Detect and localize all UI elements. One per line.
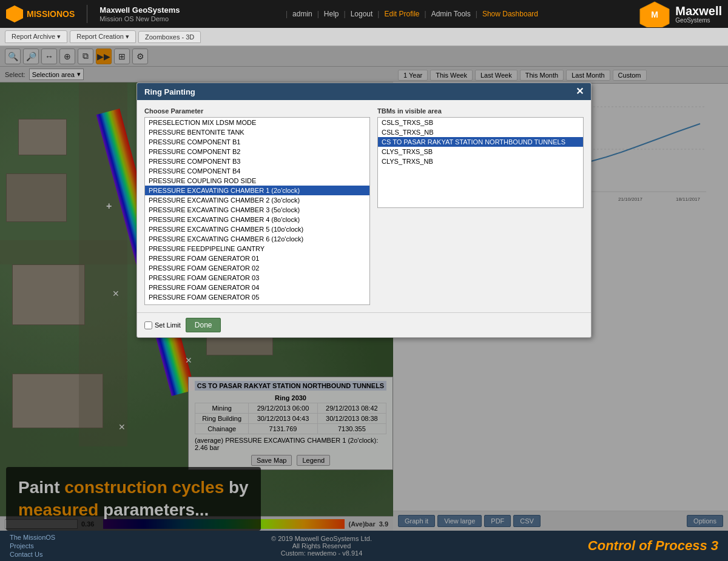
company-subtitle: Mission OS New Demo: [99, 15, 180, 22]
footer-copyright: © 2019 Maxwell GeoSystems Ltd. All Right…: [271, 535, 372, 557]
set-limit-checkbox-area[interactable]: Set Limit: [144, 321, 181, 329]
maxwell-logo: M Maxwell GeoSystems: [639, 1, 722, 27]
maxwell-text: Maxwell: [675, 5, 722, 17]
param-item[interactable]: PRESSURE COMPONENT B1: [145, 137, 369, 147]
param-item[interactable]: PRESSURE EXCAVATING CHAMBER 2 (3o'clock): [145, 195, 369, 205]
ring-painting-modal: Ring Painting ✕ Choose Parameter PRESELE…: [136, 82, 592, 338]
svg-text:M: M: [651, 10, 658, 19]
modal-close-btn[interactable]: ✕: [576, 87, 584, 96]
footer-links: The MissionOS Projects Contact Us: [10, 534, 55, 558]
param-item[interactable]: PRESSURE COMPONENT B2: [145, 147, 369, 156]
done-button[interactable]: Done: [186, 318, 221, 332]
footer-projects-link[interactable]: Projects: [10, 542, 55, 549]
param-item[interactable]: PRESSURE FOAM GENERATOR 03: [145, 273, 369, 283]
brand-logo: MISSIONOS: [6, 5, 75, 22]
tbm-item[interactable]: CLYS_TRXS_NB: [378, 156, 583, 166]
param-item[interactable]: PRESSURE EXCAVATING CHAMBER 5 (10o'clock…: [145, 224, 369, 234]
param-item[interactable]: PRESSURE BENTONITE TANK: [145, 127, 369, 137]
footer: The MissionOS Projects Contact Us © 2019…: [0, 531, 728, 561]
param-item[interactable]: PRESSURE COUPLING ROD SIDE: [145, 176, 369, 186]
missionos-label: MISSIONOS: [27, 9, 75, 19]
missionos-icon: [6, 5, 23, 22]
report-archive-tab[interactable]: Report Archive ▾: [5, 30, 67, 43]
param-list[interactable]: PRESELECTION MIX LDSM MODEPRESSURE BENTO…: [144, 117, 370, 305]
logout-link[interactable]: Logout: [351, 10, 373, 18]
help-link[interactable]: Help: [324, 10, 339, 18]
maxwell-hex-icon: M: [639, 1, 670, 27]
admin-link[interactable]: admin: [292, 10, 312, 18]
modal-body: Choose Parameter PRESELECTION MIX LDSM M…: [137, 100, 591, 312]
param-item[interactable]: PRESSURE FOAM GENERATOR 01: [145, 254, 369, 263]
brand-area: MISSIONOS Maxwell GeoSystems Mission OS …: [6, 5, 180, 23]
nav-links: | admin | Help | Logout | Edit Profile |…: [281, 10, 538, 18]
modal-right-panel: TBMs in visible area CSLS_TRXS_SBCSLS_TR…: [377, 107, 584, 305]
sub-navigation: Report Archive ▾ Report Creation ▾ Zoomb…: [0, 28, 728, 46]
footer-missionos-link[interactable]: The MissionOS: [10, 534, 55, 541]
admin-tools-link[interactable]: Admin Tools: [431, 10, 471, 18]
modal-left-panel: Choose Parameter PRESELECTION MIX LDSM M…: [144, 107, 370, 305]
tbm-item[interactable]: CLYS_TRXS_SB: [378, 147, 583, 156]
param-item[interactable]: PRESSURE FOAM GENERATOR 02: [145, 263, 369, 273]
param-item[interactable]: PRESSURE COMPONENT B4: [145, 166, 369, 176]
company-info: Maxwell GeoSystems Mission OS New Demo: [99, 5, 180, 23]
param-item[interactable]: PRESSURE COMPONENT B3: [145, 156, 369, 166]
report-creation-tab[interactable]: Report Creation ▾: [70, 30, 136, 43]
param-item[interactable]: PRESSURE FOAM GENERATOR 04: [145, 283, 369, 292]
param-item[interactable]: PRESSURE EXCAVATING CHAMBER 6 (12o'clock…: [145, 234, 369, 244]
modal-footer: Set Limit Done: [137, 312, 591, 337]
company-name: Maxwell GeoSystems: [99, 5, 180, 16]
param-item[interactable]: PRESSURE FOAM GENERATOR 05: [145, 292, 369, 302]
choose-param-title: Choose Parameter: [144, 107, 370, 115]
tbm-item[interactable]: CSLS_TRXS_SB: [378, 118, 583, 127]
param-item[interactable]: PRESSURE EXCAVATING CHAMBER 4 (8o'clock): [145, 215, 369, 224]
zoomboxes-tab[interactable]: Zoomboxes - 3D: [138, 31, 201, 43]
brand-divider: [87, 5, 87, 23]
param-item[interactable]: PRESSURE EXCAVATING CHAMBER 1 (2o'clock): [145, 186, 369, 195]
show-dashboard-link[interactable]: Show Dashboard: [482, 10, 538, 18]
tbm-item[interactable]: CSLS_TRXS_NB: [378, 127, 583, 137]
param-item[interactable]: PRESSURE FEEDPIPELINE GANTRY: [145, 244, 369, 254]
param-item[interactable]: PRESELECTION MIX LDSM MODE: [145, 118, 369, 127]
param-item[interactable]: PRESSURE FOAM GENERATOR 06: [145, 302, 369, 305]
version-text: Custom: newdemo - v8.914: [271, 549, 372, 557]
top-navigation: MISSIONOS Maxwell GeoSystems Mission OS …: [0, 0, 728, 28]
tbm-item[interactable]: CS TO PASAR RAKYAT STATION NORTHBOUND TU…: [378, 137, 583, 147]
edit-profile-link[interactable]: Edit Profile: [384, 10, 419, 18]
param-item[interactable]: PRESSURE EXCAVATING CHAMBER 3 (5o'clock): [145, 205, 369, 215]
footer-tagline: Control of Process 3: [588, 538, 718, 554]
modal-overlay: Ring Painting ✕ Choose Parameter PRESELE…: [0, 46, 728, 531]
tbms-title: TBMs in visible area: [377, 107, 584, 115]
footer-contact-link[interactable]: Contact Us: [10, 551, 55, 558]
set-limit-label: Set Limit: [155, 321, 181, 329]
copyright-text: © 2019 Maxwell GeoSystems Ltd.: [271, 535, 372, 542]
modal-title: Ring Painting: [144, 87, 195, 96]
geosystems-text: GeoSystems: [675, 17, 722, 24]
rights-text: All Rights Reserved: [271, 542, 372, 549]
tbm-list[interactable]: CSLS_TRXS_SBCSLS_TRXS_NBCS TO PASAR RAKY…: [377, 117, 584, 208]
modal-header: Ring Painting ✕: [137, 83, 591, 100]
set-limit-checkbox[interactable]: [144, 321, 152, 329]
